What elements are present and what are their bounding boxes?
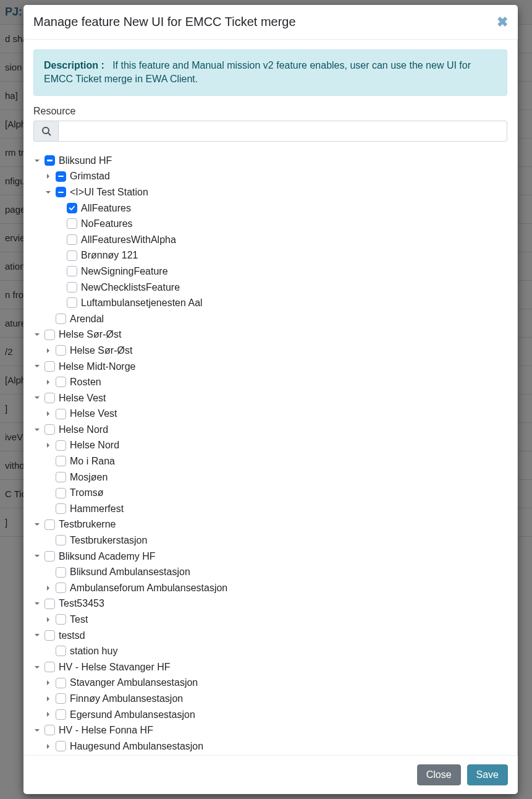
tree-checkbox[interactable] (56, 409, 66, 419)
tree-checkbox[interactable] (44, 662, 55, 672)
tree-node-label[interactable]: <I>UI Test Station (70, 184, 148, 200)
tree-checkbox[interactable] (44, 330, 55, 340)
tree-node-label[interactable]: AllFeaturesWithAlpha (81, 232, 176, 248)
tree-node-label[interactable]: Helse Midt-Norge (59, 359, 135, 375)
chevron-down-icon[interactable] (33, 664, 41, 671)
tree-node-label[interactable]: Bliksund Academy HF (59, 549, 156, 565)
tree-checkbox[interactable] (44, 725, 55, 735)
close-button[interactable]: Close (417, 764, 461, 785)
tree-checkbox[interactable] (56, 614, 66, 625)
tree-checkbox[interactable] (56, 377, 66, 387)
tree-node-label[interactable]: Rosten (70, 374, 101, 390)
tree-node-label[interactable]: Mosjøen (70, 469, 108, 485)
tree-checkbox[interactable] (44, 630, 55, 641)
chevron-right-icon[interactable] (44, 410, 52, 417)
chevron-right-icon[interactable] (44, 743, 52, 750)
chevron-down-icon[interactable] (33, 331, 41, 338)
tree-node-label[interactable]: testsd (59, 628, 85, 644)
tree-node-label[interactable]: NewChecklistsFeature (81, 280, 180, 296)
tree-checkbox[interactable] (56, 503, 66, 514)
chevron-right-icon[interactable] (44, 679, 52, 686)
tree-checkbox[interactable] (44, 424, 55, 435)
save-button[interactable]: Save (467, 764, 508, 785)
tree-checkbox[interactable] (56, 709, 66, 720)
tree-checkbox[interactable] (56, 314, 66, 324)
tree-node-label[interactable]: Testbrukerne (59, 516, 116, 532)
chevron-down-icon[interactable] (33, 157, 41, 164)
tree-checkbox[interactable] (44, 551, 55, 562)
tree-checkbox[interactable] (67, 282, 77, 293)
tree-checkbox[interactable] (56, 567, 66, 578)
tree-node-label[interactable]: Bliksund Ambulansestasjon (70, 564, 190, 580)
chevron-right-icon[interactable] (44, 695, 52, 703)
chevron-down-icon[interactable] (44, 189, 52, 196)
chevron-down-icon[interactable] (33, 394, 41, 401)
tree-checkbox[interactable] (56, 646, 66, 656)
tree-node-label[interactable]: Tromsø (70, 485, 104, 501)
chevron-right-icon[interactable] (44, 616, 52, 623)
tree-checkbox[interactable] (56, 741, 66, 751)
tree-node-label[interactable]: Luftambulansetjenesten Aal (81, 295, 203, 311)
tree-checkbox[interactable] (67, 218, 77, 229)
tree-node-label[interactable]: Helse Nord (59, 422, 108, 438)
tree-node-label[interactable]: Bliksund HF (59, 153, 112, 169)
chevron-down-icon[interactable] (33, 631, 41, 639)
tree-checkbox[interactable] (56, 678, 66, 688)
tree-node-label[interactable]: Mo i Rana (70, 453, 115, 469)
tree-node-label[interactable]: NewSigningFeature (81, 263, 168, 280)
chevron-right-icon[interactable] (44, 378, 52, 386)
tree-node-label[interactable]: Helse Vest (59, 390, 106, 406)
tree-node-label[interactable]: Haugesund Ambulansestasjon (70, 738, 203, 754)
chevron-down-icon[interactable] (33, 600, 41, 607)
chevron-down-icon[interactable] (33, 521, 41, 528)
tree-checkbox[interactable] (56, 535, 66, 545)
chevron-right-icon[interactable] (44, 584, 52, 592)
close-icon[interactable]: ✖ (497, 15, 508, 29)
tree-node-label[interactable]: Testbrukerstasjon (70, 532, 147, 549)
chevron-down-icon[interactable] (33, 426, 41, 434)
tree-node-label[interactable]: NoFeatures (81, 216, 133, 232)
search-input[interactable] (58, 121, 507, 142)
tree-node-label[interactable]: Helse Sør-Øst (59, 327, 121, 343)
tree-checkbox[interactable] (56, 472, 66, 482)
tree-node-label[interactable]: Ambulanseforum Ambulansestasjon (70, 580, 227, 596)
tree-checkbox[interactable] (56, 345, 66, 356)
tree-checkbox[interactable] (56, 693, 66, 704)
tree-node-label[interactable]: Grimstad (70, 168, 110, 184)
tree-node-label[interactable]: Brønnøy 121 (81, 247, 138, 263)
chevron-down-icon[interactable] (33, 362, 41, 370)
chevron-right-icon[interactable] (44, 711, 52, 718)
chevron-right-icon[interactable] (44, 347, 52, 354)
tree-node-label[interactable]: Helse Sør-Øst (70, 343, 132, 359)
chevron-down-icon[interactable] (33, 727, 41, 734)
tree-checkbox[interactable] (56, 456, 66, 466)
tree-node-label[interactable]: Stavanger Ambulansestasjon (70, 675, 198, 691)
tree-node-label[interactable]: Helse Nord (70, 437, 119, 453)
tree-node-label[interactable]: Arendal (70, 311, 104, 327)
tree-node-label[interactable]: HV - Helse Fonna HF (59, 722, 153, 738)
tree-checkbox[interactable] (67, 203, 77, 213)
tree-checkbox[interactable] (67, 266, 77, 276)
tree-node-label[interactable]: Hammerfest (70, 501, 124, 517)
tree-node-label[interactable]: Helse Vest (70, 406, 117, 422)
tree-checkbox[interactable] (44, 393, 55, 403)
tree-node-label[interactable]: Egersund Ambulansestasjon (70, 707, 195, 723)
tree-checkbox[interactable] (44, 599, 55, 609)
tree-checkbox[interactable] (56, 583, 66, 593)
chevron-right-icon[interactable] (44, 442, 52, 449)
tree-checkbox[interactable] (67, 250, 77, 261)
tree-checkbox[interactable] (44, 361, 55, 372)
tree-checkbox[interactable] (67, 234, 77, 245)
chevron-down-icon[interactable] (33, 552, 41, 560)
tree-checkbox[interactable] (56, 440, 66, 451)
tree-checkbox[interactable] (56, 488, 66, 498)
tree-checkbox[interactable] (56, 187, 66, 197)
tree-node-label[interactable]: HV - Helse Stavanger HF (59, 659, 171, 675)
tree-node-label[interactable]: Test53453 (59, 596, 104, 612)
tree-node-label[interactable]: station huy (70, 643, 117, 659)
tree-checkbox[interactable] (56, 171, 66, 182)
tree-node-label[interactable]: Test (70, 612, 88, 628)
chevron-right-icon[interactable] (44, 173, 52, 180)
tree-checkbox[interactable] (44, 519, 55, 530)
tree-checkbox[interactable] (67, 297, 77, 308)
